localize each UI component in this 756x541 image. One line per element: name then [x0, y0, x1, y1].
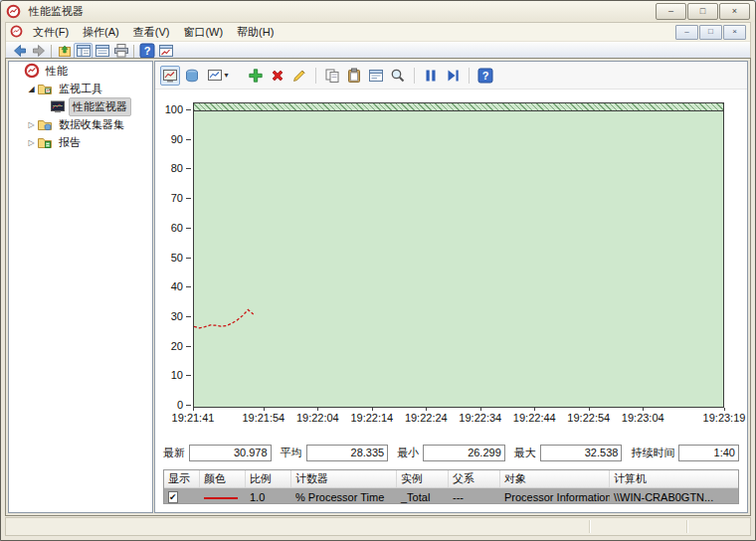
menu-action[interactable]: 操作(A) — [76, 24, 126, 41]
sidebar-item-monitoring-tools[interactable]: ◢监视工具 — [9, 80, 152, 97]
legend-cell-parent: --- — [449, 491, 500, 503]
counter-color-sample — [204, 497, 238, 499]
collapse-icon[interactable]: ◢ — [26, 85, 37, 93]
tree-item-label: 数据收集器集 — [56, 116, 127, 133]
restore-button[interactable]: □ — [687, 3, 718, 20]
x-axis-tick — [724, 408, 725, 411]
chart-type-dropdown-icon[interactable]: ▾ — [204, 66, 232, 86]
copy-properties-icon[interactable] — [322, 66, 342, 86]
toolbar-separator — [469, 68, 470, 84]
stat-value: 30.978 — [189, 445, 272, 461]
stat-value: 1:40 — [678, 445, 739, 461]
view-current-activity-icon[interactable] — [160, 66, 180, 86]
stat-maximum: 最大32.538 — [514, 445, 623, 461]
menu-file[interactable]: 文件(F) — [26, 24, 76, 41]
close-button[interactable]: × — [719, 3, 750, 20]
folder-report-icon — [37, 134, 53, 150]
x-axis-tick-label: 19:21:54 — [242, 412, 284, 424]
stat-value: 32.538 — [540, 445, 623, 461]
menu-help[interactable]: 帮助(H) — [230, 24, 281, 41]
x-axis-tick-label: 19:22:04 — [296, 412, 339, 424]
series-line--processor-time — [194, 310, 254, 328]
stat-label: 最大 — [514, 446, 536, 460]
paste-counter-list-icon[interactable] — [344, 66, 364, 86]
x-axis-tick-label: 19:23:04 — [622, 412, 664, 424]
x-axis-tick-label: 19:23:19 — [703, 412, 746, 424]
y-axis-tick-label: 40 — [155, 280, 183, 292]
update-data-icon[interactable] — [443, 66, 463, 86]
child-restore-button[interactable]: □ — [699, 25, 722, 40]
chart-window-icon[interactable] — [156, 43, 175, 60]
highlight-icon[interactable] — [289, 66, 309, 86]
chart-line-svg — [194, 103, 723, 407]
zoom-icon[interactable] — [388, 66, 408, 86]
x-axis-tick-label: 19:21:41 — [172, 412, 215, 424]
forward-icon[interactable] — [29, 43, 48, 60]
plot-area — [193, 102, 724, 408]
performance-monitor-window: 性能监视器 –□× 文件(F)操作(A)查看(V)窗口(W)帮助(H) –□× … — [0, 0, 756, 541]
legend-cell-object: Processor Information — [500, 491, 610, 503]
properties-icon[interactable] — [366, 66, 386, 86]
window-title: 性能监视器 — [29, 4, 84, 19]
sidebar-item-performance-monitor[interactable]: 性能监视器 — [9, 97, 152, 115]
back-icon[interactable] — [10, 43, 29, 60]
legend-column-header[interactable]: 父系 — [449, 470, 500, 487]
sidebar-item-performance[interactable]: 性能 — [9, 62, 152, 80]
legend-column-header[interactable]: 实例 — [397, 470, 449, 487]
y-axis-tick-label: 60 — [155, 222, 183, 234]
y-axis-tick-label: 10 — [155, 369, 183, 381]
view-log-data-icon[interactable] — [182, 66, 202, 86]
overrange-hatch — [194, 103, 723, 111]
y-axis-tick-label: 30 — [155, 310, 183, 322]
help-icon[interactable]: ? — [137, 43, 156, 60]
expand-icon[interactable]: ▷ — [26, 138, 37, 147]
show-checkbox[interactable]: ✔ — [168, 491, 178, 503]
legend-column-header[interactable]: 计算机 — [610, 470, 738, 487]
results-pane: ▾? 1009080706050403020100 19:21:4119:21:… — [154, 61, 748, 513]
expand-icon[interactable]: ▷ — [26, 120, 37, 129]
console-content: 性能◢监视工具性能监视器▷数据收集器集▷报告 ▾? 10090807060504… — [5, 58, 751, 516]
stat-minimum: 最小26.299 — [397, 445, 505, 461]
help-icon[interactable]: ? — [475, 66, 495, 86]
y-axis-tick — [186, 258, 191, 259]
delete-counter-icon[interactable] — [268, 66, 287, 86]
toolbar-separator — [51, 45, 52, 58]
chevron-down-icon: ▾ — [224, 71, 228, 80]
menu-view[interactable]: 查看(V) — [126, 24, 177, 41]
stat-latest: 最新30.978 — [163, 445, 272, 461]
legend-column-header[interactable]: 比例 — [246, 470, 291, 487]
child-close-button[interactable]: × — [723, 25, 746, 40]
legend-column-header[interactable]: 计数器 — [291, 470, 397, 487]
freeze-display-icon[interactable] — [421, 66, 441, 86]
title-bar: 性能监视器 –□× — [1, 1, 755, 22]
y-axis-tick — [186, 139, 191, 140]
legend-cell-scale: 1.0 — [246, 491, 291, 503]
child-minimize-button[interactable]: – — [675, 25, 698, 40]
legend-row[interactable]: ✔1.0% Processor Time_Total---Processor I… — [164, 488, 738, 504]
legend-column-header[interactable]: 显示 — [164, 470, 200, 487]
y-axis-tick — [186, 405, 191, 406]
x-axis-tick-label: 19:22:24 — [405, 412, 448, 424]
print-icon[interactable] — [111, 43, 130, 60]
stat-label: 持续时间 — [631, 446, 674, 460]
console-tree-icon[interactable] — [74, 43, 93, 60]
x-axis-tick — [193, 408, 194, 411]
x-axis-tick-label: 19:22:44 — [513, 412, 556, 424]
legend-cell-counter: % Processor Time — [291, 491, 397, 503]
stat-label: 最小 — [397, 446, 419, 460]
legend-column-header[interactable]: 颜色 — [200, 470, 246, 487]
stats-bar: 最新30.978平均28.335最小26.299最大32.538持续时间1:40 — [163, 444, 739, 461]
add-counter-icon[interactable] — [246, 66, 266, 86]
up-level-icon[interactable] — [55, 43, 74, 60]
legend-cell-instance: _Total — [397, 491, 449, 503]
export-list-icon[interactable] — [93, 43, 111, 60]
sidebar-item-reports[interactable]: ▷报告 — [9, 133, 152, 151]
x-axis-tick-label: 19:22:34 — [459, 412, 501, 424]
y-axis-tick — [186, 375, 191, 376]
x-axis-tick-label: 19:22:14 — [350, 412, 393, 424]
legend-column-header[interactable]: 对象 — [500, 470, 610, 487]
x-axis-tick — [480, 408, 481, 411]
menu-window[interactable]: 窗口(W) — [176, 24, 230, 41]
sidebar-item-data-collector-sets[interactable]: ▷数据收集器集 — [9, 115, 152, 133]
minimize-button[interactable]: – — [656, 3, 686, 20]
